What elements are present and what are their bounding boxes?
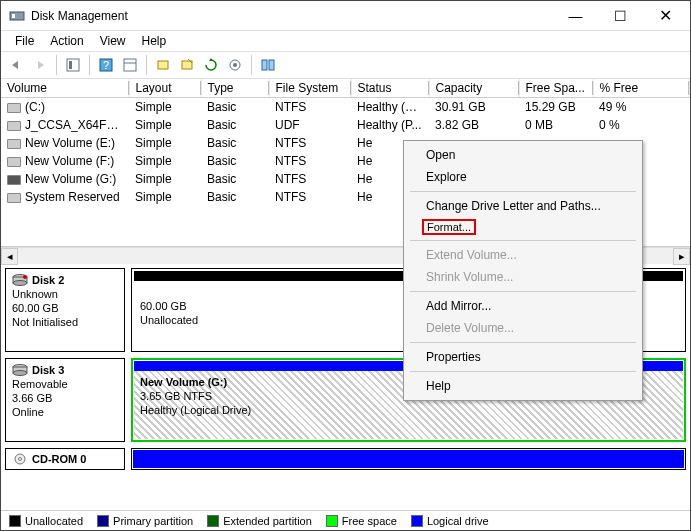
ctx-extend-volume: Extend Volume... [406,244,640,266]
svg-rect-8 [158,61,168,69]
toolbar-icon-1[interactable] [62,54,84,76]
app-icon [9,8,25,24]
svg-point-11 [233,63,237,67]
maximize-button[interactable]: ☐ [598,1,643,30]
refresh-icon[interactable] [200,54,222,76]
col-pctfree[interactable]: % Free [593,79,690,98]
legend-swatch-logical [411,515,423,527]
disk-icon [12,274,28,286]
toolbar-icon-7[interactable] [224,54,246,76]
col-status[interactable]: Status [351,79,429,98]
scroll-left-icon[interactable]: ◂ [1,248,18,265]
legend-swatch-freespace [326,515,338,527]
ctx-format[interactable]: Format... [422,219,476,235]
disk2-info[interactable]: Disk 2 Unknown 60.00 GB Not Initialised [5,268,125,352]
volume-icon [7,157,21,167]
volume-icon [7,193,21,203]
table-row[interactable]: (C:)SimpleBasicNTFSHealthy (B...30.91 GB… [1,98,690,117]
toolbar-icon-4[interactable] [152,54,174,76]
ctx-help[interactable]: Help [406,375,640,397]
ctx-explore[interactable]: Explore [406,166,640,188]
help-icon[interactable]: ? [95,54,117,76]
volume-icon [7,139,21,149]
close-button[interactable]: ✕ [643,1,688,30]
svg-point-22 [19,458,22,461]
ctx-shrink-volume: Shrink Volume... [406,266,640,288]
toolbar-icon-5[interactable] [176,54,198,76]
svg-point-17 [23,275,27,279]
svg-point-20 [13,371,27,376]
ctx-open[interactable]: Open [406,144,640,166]
menu-help[interactable]: Help [134,32,175,50]
volume-icon [7,121,21,131]
ctx-properties[interactable]: Properties [406,346,640,368]
disk-row-cdrom: CD-ROM 0 [5,448,686,470]
col-capacity[interactable]: Capacity [429,79,519,98]
volume-icon [7,103,21,113]
svg-rect-2 [67,59,79,71]
svg-text:?: ? [103,59,109,71]
legend-swatch-primary [97,515,109,527]
menubar: File Action View Help [1,31,690,51]
scroll-right-icon[interactable]: ▸ [673,248,690,265]
toolbar-icon-8[interactable] [257,54,279,76]
context-menu: Open Explore Change Drive Letter and Pat… [403,140,643,401]
svg-rect-3 [69,61,72,69]
menu-view[interactable]: View [92,32,134,50]
svg-rect-6 [124,59,136,71]
legend: Unallocated Primary partition Extended p… [1,510,690,530]
forward-button[interactable] [29,54,51,76]
svg-rect-13 [269,60,274,70]
toolbar-icon-3[interactable] [119,54,141,76]
ctx-add-mirror[interactable]: Add Mirror... [406,295,640,317]
menu-file[interactable]: File [7,32,42,50]
col-filesystem[interactable]: File System [269,79,351,98]
table-row[interactable]: J_CCSA_X64FRE_E...SimpleBasicUDFHealthy … [1,116,690,134]
back-button[interactable] [5,54,27,76]
minimize-button[interactable]: — [553,1,598,30]
ctx-delete-volume: Delete Volume... [406,317,640,339]
cdrom-icon [12,453,28,465]
col-layout[interactable]: Layout [129,79,201,98]
svg-rect-12 [262,60,267,70]
disk3-info[interactable]: Disk 3 Removable 3.66 GB Online [5,358,125,442]
legend-swatch-unallocated [9,515,21,527]
col-volume[interactable]: Volume [1,79,129,98]
table-header-row: Volume Layout Type File System Status Ca… [1,79,690,98]
svg-rect-1 [12,14,15,18]
toolbar: ? [1,51,690,79]
col-freespace[interactable]: Free Spa... [519,79,593,98]
menu-action[interactable]: Action [42,32,91,50]
col-type[interactable]: Type [201,79,269,98]
cdrom-block[interactable] [131,448,686,470]
volume-icon [7,175,21,185]
cdrom-info[interactable]: CD-ROM 0 [5,448,125,470]
legend-swatch-extended [207,515,219,527]
disk-icon [12,364,28,376]
titlebar: Disk Management — ☐ ✕ [1,1,690,31]
window-title: Disk Management [31,9,553,23]
svg-point-16 [13,281,27,286]
ctx-change-drive-letter[interactable]: Change Drive Letter and Paths... [406,195,640,217]
